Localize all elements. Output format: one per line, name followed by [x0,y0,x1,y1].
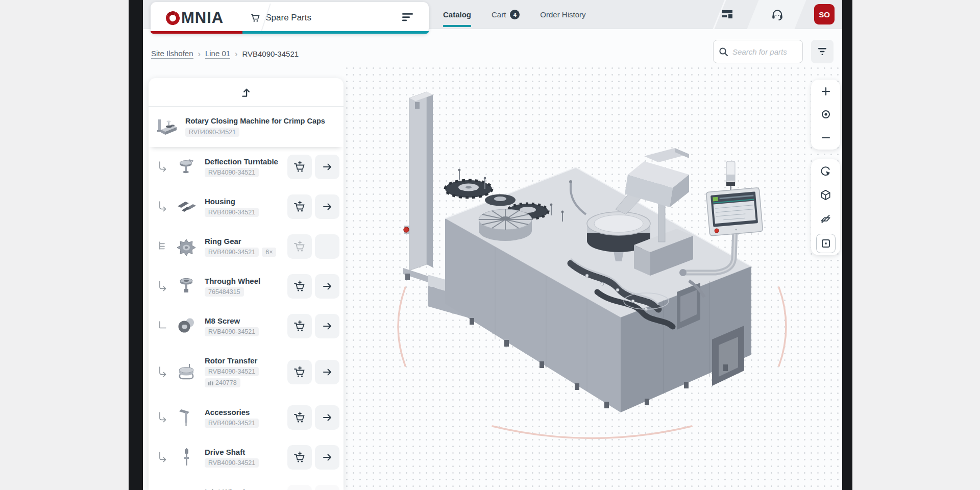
arrow-right-icon [322,412,333,423]
add-to-cart-button[interactable] [287,194,312,219]
part-title: Deflection Turntable [205,157,287,166]
cart-count-badge: 4 [510,10,520,19]
app-title-label: Spare Parts [265,13,311,23]
tab-order-history[interactable]: Order History [540,0,585,29]
part-thumbnail [175,316,198,336]
go-up-level-button[interactable] [149,78,344,107]
arrow-right-icon [322,367,333,377]
hide-section-button[interactable] [816,210,836,229]
omnia-logo[interactable]: MNIA [151,9,224,27]
parts-list-item[interactable]: Accessories RVB4090-34521 [149,398,344,437]
parts-list-item[interactable]: M8 Screw RVB4090-34521 [149,306,344,346]
zoom-out-button[interactable] [816,128,836,148]
part-number-badge: RVB4090-34521 [205,367,259,376]
parts-list-item[interactable]: Inlet Wheel RVB4090-34521 [149,477,344,490]
parts-list-item[interactable]: Drive Shaft RVB4090-34521 [149,437,344,477]
part-thumbnail [175,447,198,468]
part-detail-button[interactable] [315,445,339,470]
parts-list-item[interactable]: Deflection Turntable RVB4090-34521 [149,147,344,187]
cube-icon [820,189,831,201]
rotate-tool-button[interactable] [816,162,836,181]
viewer-canvas-3d[interactable] [344,65,842,490]
part-title: Drive Shaft [205,448,287,456]
part-detail-button[interactable] [315,274,339,299]
add-to-cart-button[interactable] [287,314,312,338]
part-detail-button[interactable] [315,234,339,259]
add-to-cart-button[interactable] [287,274,312,299]
tree-corner-icon [158,321,169,332]
plane-off-icon [820,213,831,225]
user-avatar[interactable]: SO [814,4,835,24]
filter-icon [818,48,827,56]
breadcrumb-link[interactable]: Line 01 [205,49,230,59]
add-to-cart-button[interactable] [287,155,312,179]
tab-label: Order History [540,10,585,19]
parts-list-item[interactable]: Through Wheel 765484315 [149,266,344,306]
arrow-up-level-icon [240,87,252,98]
part-detail-button[interactable] [315,360,339,384]
add-to-cart-icon [293,320,306,332]
arrow-right-icon [322,162,333,172]
parts-list-item[interactable]: Housing RVB4090-34521 [149,187,344,227]
machine-header[interactable]: Rotary Closing Machine for Crimp Caps RV… [149,107,344,147]
part-number-badge: RVB4090-34521 [205,458,259,468]
tablet-bezel-right [842,0,852,490]
breadcrumb-current: RVB4090-34521 [242,50,299,58]
add-to-cart-button[interactable] [287,485,312,490]
center-view-button[interactable] [816,105,836,124]
part-title: Housing [205,197,287,206]
dashboard-button[interactable] [720,7,735,22]
view-3d-button[interactable] [816,186,836,205]
tab-cart[interactable]: Cart4 [492,0,520,29]
logo-o-ring [164,9,182,27]
tab-catalog[interactable]: Catalog [443,0,471,29]
part-detail-button[interactable] [315,314,339,338]
part-title: Through Wheel [205,277,287,285]
breadcrumb: Site Ilshofen›Line 01›RVB4090-34521 [151,49,299,59]
zoom-in-button[interactable] [816,82,836,101]
part-thumbnail [175,236,198,257]
menu-button[interactable] [402,13,413,21]
arrow-right-icon [322,281,333,291]
part-detail-button[interactable] [315,485,339,490]
add-to-cart-button[interactable] [287,405,312,430]
breadcrumb-link[interactable]: Site Ilshofen [151,49,193,59]
add-to-cart-icon [293,366,306,378]
filter-button[interactable] [811,40,834,63]
stock-badge: 240778 [205,378,240,387]
tab-label: Catalog [443,10,471,19]
add-to-cart-icon [293,201,306,213]
part-detail-button[interactable] [315,194,339,219]
part-title: Rotor Transfer [205,356,287,365]
parts-list: Deflection Turntable RVB4090-34521 [149,147,344,490]
frame-view-button[interactable] [816,234,836,253]
tablet-mockup: CatalogCart4Order History SO [0,0,980,490]
parts-list-item[interactable]: Ring Gear RVB4090-34521 6× [149,227,344,266]
part-number-badge: RVB4090-34521 [205,327,259,336]
tree-branch-icon [158,452,169,463]
part-detail-button[interactable] [315,405,339,430]
add-to-cart-button[interactable] [287,234,312,259]
part-title: Inlet Wheel [205,487,287,490]
spare-parts-app: CatalogCart4Order History SO [143,0,842,490]
part-thumbnail [175,362,198,382]
tree-branch-icon [158,161,169,173]
add-to-cart-button[interactable] [287,360,312,384]
logo-text: MNIA [181,9,224,27]
machine-title: Rotary Closing Machine for Crimp Caps [185,117,325,125]
part-number-badge: RVB4090-34521 [205,208,259,217]
part-thumbnail [175,276,198,297]
search-input[interactable] [732,47,794,56]
part-number-badge: RVB4090-34521 [205,248,259,257]
parts-search[interactable] [713,40,803,63]
add-to-cart-button[interactable] [287,445,312,470]
breadcrumb-separator: › [235,50,237,59]
tablet-bezel-left [129,0,143,490]
parts-list-item[interactable]: Rotor Transfer RVB4090-34521 240778 [149,346,344,398]
part-detail-button[interactable] [315,155,339,179]
cart-icon [250,13,260,23]
add-to-cart-icon [293,451,306,463]
sort-icon [402,13,413,21]
app-title: Spare Parts [250,13,311,23]
support-button[interactable] [770,7,785,22]
